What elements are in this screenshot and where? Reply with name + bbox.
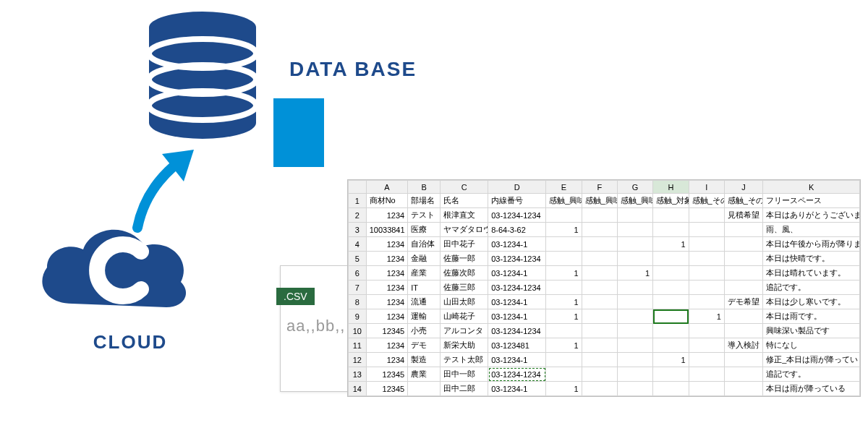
cell[interactable] (546, 324, 582, 338)
cell[interactable] (653, 324, 689, 338)
cell[interactable] (724, 252, 762, 266)
cell[interactable] (617, 367, 652, 382)
cell[interactable]: 03-1234-1 (488, 295, 546, 309)
cell[interactable]: 山崎花子 (441, 309, 488, 324)
cell[interactable] (582, 223, 617, 237)
cell[interactable]: 本日は晴れています。 (763, 266, 860, 281)
cell[interactable]: 追記です。 (763, 367, 860, 382)
cell[interactable]: 03-1234-1 (488, 382, 546, 396)
cell[interactable]: 自治体 (408, 237, 441, 252)
header-cell[interactable]: 感触_対象 (653, 194, 689, 208)
header-cell[interactable]: 商材No (366, 194, 408, 208)
row-header[interactable]: 5 (349, 252, 367, 266)
col-header-E[interactable]: E (546, 181, 582, 194)
cell[interactable]: 1 (546, 295, 582, 309)
cell[interactable] (724, 223, 762, 237)
cell[interactable]: 山田太郎 (441, 295, 488, 309)
cell[interactable]: 根津直文 (441, 208, 488, 223)
cell[interactable] (689, 223, 724, 237)
cell[interactable]: 12345 (366, 367, 408, 382)
cell[interactable]: 12345 (366, 382, 408, 396)
cell[interactable] (689, 382, 724, 396)
cell[interactable] (617, 237, 652, 252)
cell[interactable]: 1 (689, 309, 724, 324)
cell[interactable]: 1234 (366, 208, 408, 223)
cell[interactable]: 医療 (408, 223, 441, 237)
cell[interactable] (617, 223, 652, 237)
cell[interactable]: 本日は雨が降っている (763, 382, 860, 396)
col-header-F[interactable]: F (582, 181, 617, 194)
cell[interactable] (617, 309, 652, 324)
cell[interactable]: 興味深い製品です (763, 324, 860, 338)
header-cell[interactable]: 部場名 (408, 194, 441, 208)
cell[interactable] (689, 281, 724, 295)
cell[interactable]: 1 (546, 223, 582, 237)
cell[interactable] (582, 382, 617, 396)
cell[interactable] (582, 324, 617, 338)
row-header[interactable]: 3 (349, 223, 367, 237)
header-cell[interactable]: 感触_その他 (724, 194, 762, 208)
cell[interactable]: 見積希望 (724, 208, 762, 223)
cell[interactable]: 1 (546, 338, 582, 353)
header-cell[interactable]: 内線番号 (488, 194, 546, 208)
cell[interactable] (724, 367, 762, 382)
cell[interactable]: 小売 (408, 324, 441, 338)
cell[interactable]: 新栄大助 (441, 338, 488, 353)
cell[interactable]: 追記です。 (763, 281, 860, 295)
cell[interactable] (653, 252, 689, 266)
cell[interactable] (689, 324, 724, 338)
cell[interactable] (582, 281, 617, 295)
cell[interactable]: 1 (546, 382, 582, 396)
cell[interactable]: 農業 (408, 367, 441, 382)
cell[interactable]: 本日は快晴です。 (763, 252, 860, 266)
cell[interactable] (689, 208, 724, 223)
cell[interactable] (546, 281, 582, 295)
row-header[interactable]: 6 (349, 266, 367, 281)
row-header[interactable]: 11 (349, 338, 367, 353)
cell[interactable] (582, 295, 617, 309)
cell[interactable] (653, 367, 689, 382)
cell[interactable]: 1 (546, 309, 582, 324)
cell[interactable] (653, 382, 689, 396)
cell[interactable]: テスト太郎 (441, 353, 488, 367)
cell[interactable] (724, 237, 762, 252)
cell[interactable]: 8-64-3-62 (488, 223, 546, 237)
row-header[interactable]: 8 (349, 295, 367, 309)
cell[interactable]: 導入検討 (724, 338, 762, 353)
cell[interactable] (653, 338, 689, 353)
cell[interactable]: 03-1234-1 (488, 237, 546, 252)
cell[interactable]: テスト (408, 208, 441, 223)
cell[interactable]: 本日は少し寒いです。 (763, 295, 860, 309)
cell[interactable] (689, 252, 724, 266)
cell[interactable]: 1234 (366, 353, 408, 367)
cell[interactable] (617, 252, 652, 266)
cell[interactable] (582, 309, 617, 324)
cell[interactable]: 1234 (366, 252, 408, 266)
cell[interactable] (724, 281, 762, 295)
cell[interactable] (724, 266, 762, 281)
cell[interactable] (617, 382, 652, 396)
col-header-G[interactable]: G (617, 181, 652, 194)
cell[interactable] (582, 353, 617, 367)
header-cell[interactable]: 感触_その他 (689, 194, 724, 208)
header-cell[interactable]: 感触_興味 (546, 194, 582, 208)
cell[interactable]: 特になし (763, 338, 860, 353)
cell[interactable] (546, 252, 582, 266)
row-header[interactable]: 10 (349, 324, 367, 338)
cell[interactable] (582, 208, 617, 223)
cell[interactable]: 運輸 (408, 309, 441, 324)
header-cell[interactable]: 氏名 (441, 194, 488, 208)
row-header[interactable]: 12 (349, 353, 367, 367)
cell[interactable]: 佐藤次郎 (441, 266, 488, 281)
cell[interactable]: 03-1234-1 (488, 266, 546, 281)
cell[interactable]: 1234 (366, 309, 408, 324)
col-header-B[interactable]: B (408, 181, 441, 194)
cell[interactable] (546, 353, 582, 367)
cell[interactable]: 1 (546, 266, 582, 281)
cell[interactable] (689, 367, 724, 382)
cell[interactable] (546, 208, 582, 223)
cell[interactable] (653, 309, 689, 324)
cell[interactable] (617, 208, 652, 223)
cell[interactable] (582, 266, 617, 281)
cell[interactable]: 03-123481 (488, 338, 546, 353)
